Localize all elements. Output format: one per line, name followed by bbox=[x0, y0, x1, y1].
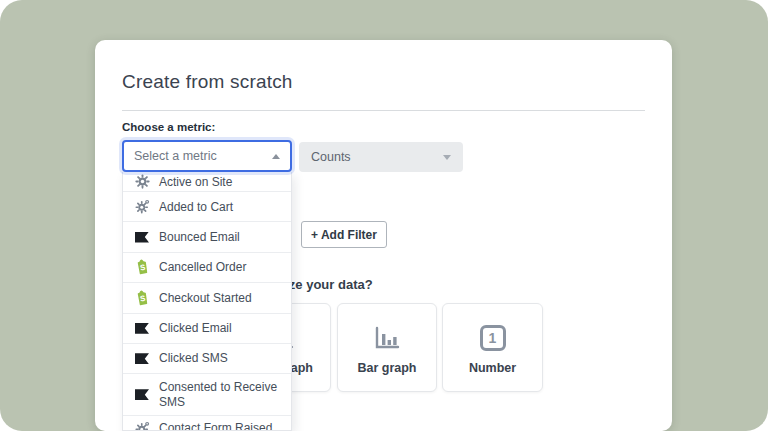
bar-graph-icon bbox=[373, 321, 401, 355]
shopify-bag-icon: S bbox=[134, 290, 150, 306]
viz-option-bar-graph[interactable]: Bar graph bbox=[337, 303, 437, 392]
aggregation-select-value: Counts bbox=[311, 150, 443, 164]
metric-option-active-on-site[interactable]: Active on Site bbox=[123, 172, 291, 192]
metric-option-added-to-cart[interactable]: Added to Cart bbox=[123, 192, 291, 222]
chevron-up-icon bbox=[272, 154, 280, 159]
shopify-bag-icon: S bbox=[134, 259, 150, 275]
klaviyo-flag-icon bbox=[134, 323, 150, 334]
chevron-down-icon bbox=[443, 155, 451, 160]
metric-option-clicked-email[interactable]: Clicked Email bbox=[123, 314, 291, 344]
number-icon: 1 bbox=[480, 321, 506, 355]
metric-option-consented-to-receive-sms[interactable]: Consented to Receive SMS bbox=[123, 374, 291, 416]
metric-option-label: Consented to Receive SMS bbox=[159, 380, 283, 409]
add-filter-button[interactable]: + Add Filter bbox=[301, 221, 387, 248]
gear-icon bbox=[134, 174, 150, 189]
gear-icon bbox=[134, 199, 150, 214]
metric-dropdown-list: Active on Site Added to Cart Bounced Ema… bbox=[122, 172, 292, 431]
metric-option-label: Active on Site bbox=[159, 175, 232, 189]
number-icon-glyph: 1 bbox=[489, 330, 497, 346]
klaviyo-flag-icon bbox=[134, 232, 150, 243]
metric-option-label: Added to Cart bbox=[159, 200, 233, 214]
metric-select[interactable]: Select a metric bbox=[122, 140, 292, 172]
metric-option-label: Clicked Email bbox=[159, 321, 232, 335]
viz-option-label: Bar graph bbox=[357, 361, 416, 375]
choose-metric-label: Choose a metric: bbox=[122, 121, 215, 133]
gear-icon bbox=[134, 421, 150, 431]
klaviyo-flag-icon bbox=[134, 353, 150, 364]
metric-option-label: Bounced Email bbox=[159, 230, 240, 244]
page-title: Create from scratch bbox=[122, 71, 293, 93]
metric-option-label: Checkout Started bbox=[159, 291, 252, 305]
metric-option-bounced-email[interactable]: Bounced Email bbox=[123, 222, 291, 252]
klaviyo-flag-icon bbox=[134, 389, 150, 400]
metric-option-contact-form-raised[interactable]: Contact Form Raised bbox=[123, 416, 291, 431]
metric-option-label: Clicked SMS bbox=[159, 351, 228, 365]
metric-option-clicked-sms[interactable]: Clicked SMS bbox=[123, 344, 291, 374]
viz-option-number[interactable]: 1 Number bbox=[442, 303, 543, 392]
screenshot-background: Create from scratch Choose a metric: How… bbox=[0, 0, 768, 431]
create-from-scratch-panel: Create from scratch Choose a metric: How… bbox=[95, 40, 672, 431]
metric-option-checkout-started[interactable]: S Checkout Started bbox=[123, 283, 291, 313]
divider bbox=[122, 110, 645, 111]
metric-option-label: Contact Form Raised bbox=[159, 421, 272, 431]
metric-select-placeholder: Select a metric bbox=[134, 149, 272, 163]
metric-option-label: Cancelled Order bbox=[159, 260, 246, 274]
viz-option-label: Number bbox=[469, 361, 516, 375]
metric-option-cancelled-order[interactable]: S Cancelled Order bbox=[123, 253, 291, 283]
aggregation-select[interactable]: Counts bbox=[299, 142, 463, 172]
